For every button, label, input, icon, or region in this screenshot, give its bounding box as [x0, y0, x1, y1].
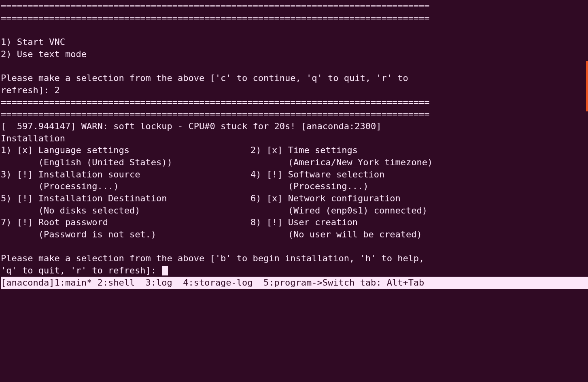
- menu-item-1-sub: (English (United States)): [1, 156, 250, 169]
- kernel-warning: [ 597.944147] WARN: soft lockup - CPU#0 …: [1, 120, 588, 132]
- menu-item-6[interactable]: 6) [x] Network configuration: [250, 192, 588, 205]
- blank-line: [1, 60, 588, 72]
- menu-item-8-sub: (No user will be created): [250, 228, 588, 241]
- installation-menu: 1) [x] Language settings (English (Unite…: [1, 144, 588, 241]
- menu-col-right: 2) [x] Time settings (America/New_York t…: [250, 144, 588, 241]
- scrollbar-thumb[interactable]: [586, 61, 588, 111]
- cursor-icon: [162, 266, 168, 276]
- menu-item-5-sub: (No disks selected): [1, 205, 250, 217]
- installation-heading: Installation: [1, 132, 588, 145]
- rule-top-1: ========================================…: [1, 0, 588, 12]
- rule-mid-2: ========================================…: [1, 108, 588, 120]
- menu-col-left: 1) [x] Language settings (English (Unite…: [1, 144, 250, 241]
- terminal-screen[interactable]: ========================================…: [0, 0, 588, 289]
- menu-item-8[interactable]: 8) [!] User creation: [250, 216, 588, 228]
- menu-item-4-sub: (Processing...): [250, 180, 588, 192]
- scrollbar-track[interactable]: [586, 0, 588, 382]
- top-menu-item-2[interactable]: 2) Use text mode: [1, 48, 588, 60]
- tmux-statusbar[interactable]: [anaconda]1:main* 2:shell 3:log 4:storag…: [1, 277, 588, 289]
- top-prompt: Please make a selection from the above […: [1, 72, 588, 96]
- menu-item-2[interactable]: 2) [x] Time settings: [250, 144, 588, 156]
- menu-item-6-sub: (Wired (enp0s1) connected): [250, 205, 588, 217]
- menu-item-2-sub: (America/New_York timezone): [250, 156, 588, 169]
- bottom-prompt-prefix: 'q' to quit, 'r' to refresh]:: [1, 265, 161, 275]
- bottom-prompt-line2[interactable]: 'q' to quit, 'r' to refresh]:: [1, 265, 588, 277]
- blank-line: [1, 241, 588, 253]
- menu-item-3[interactable]: 3) [!] Installation source: [1, 169, 250, 181]
- menu-item-4[interactable]: 4) [!] Software selection: [250, 169, 588, 181]
- rule-mid-1: ========================================…: [1, 96, 588, 109]
- bottom-prompt-line1: Please make a selection from the above […: [1, 252, 588, 265]
- rule-top-2: ========================================…: [1, 12, 588, 24]
- menu-item-5[interactable]: 5) [!] Installation Destination: [1, 192, 250, 205]
- top-menu-item-1[interactable]: 1) Start VNC: [1, 36, 588, 48]
- blank-line: [1, 24, 588, 36]
- menu-item-1[interactable]: 1) [x] Language settings: [1, 144, 250, 156]
- menu-item-7-sub: (Password is not set.): [1, 228, 250, 241]
- menu-item-3-sub: (Processing...): [1, 180, 250, 192]
- menu-item-7[interactable]: 7) [!] Root password: [1, 216, 250, 228]
